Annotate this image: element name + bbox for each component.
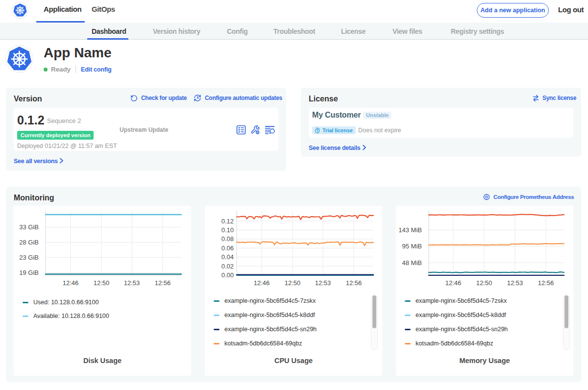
svg-text:12:46: 12:46 — [63, 279, 79, 287]
svg-text:12:46: 12:46 — [445, 279, 462, 287]
svg-text:33 GiB: 33 GiB — [19, 223, 39, 231]
svg-text:95 MiB: 95 MiB — [402, 243, 422, 250]
svg-text:12:50: 12:50 — [476, 279, 492, 287]
svg-text:12:53: 12:53 — [315, 279, 331, 287]
svg-text:12:53: 12:53 — [507, 279, 523, 287]
svg-text:48 MiB: 48 MiB — [402, 259, 422, 267]
svg-text:143 MiB: 143 MiB — [398, 226, 422, 234]
svg-text:0.12: 0.12 — [221, 218, 234, 225]
svg-text:19 GiB: 19 GiB — [19, 269, 39, 276]
svg-text:23 GiB: 23 GiB — [19, 254, 39, 261]
svg-text:0.08: 0.08 — [221, 235, 234, 243]
svg-text:12:46: 12:46 — [254, 279, 270, 287]
svg-text:28 GiB: 28 GiB — [19, 239, 39, 246]
svg-text:12:56: 12:56 — [538, 279, 554, 287]
svg-text:12:56: 12:56 — [346, 279, 362, 287]
svg-text:0.04: 0.04 — [221, 253, 234, 261]
svg-text:12:53: 12:53 — [124, 279, 140, 287]
svg-text:0.00: 0.00 — [221, 271, 234, 279]
svg-text:0.02: 0.02 — [221, 263, 234, 270]
svg-text:0.06: 0.06 — [221, 244, 234, 252]
svg-text:12:56: 12:56 — [155, 279, 171, 287]
svg-text:12:50: 12:50 — [285, 279, 301, 287]
svg-text:0.10: 0.10 — [221, 226, 234, 234]
svg-text:12:50: 12:50 — [94, 279, 110, 287]
